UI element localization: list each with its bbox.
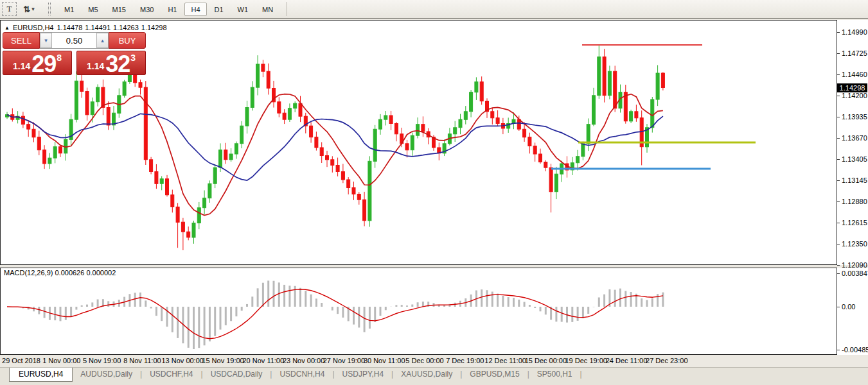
text-tool-icon[interactable]: T	[2, 2, 17, 16]
candle	[107, 108, 110, 126]
candle	[523, 129, 526, 137]
tab-usdchf[interactable]: USDCHF,H4	[142, 368, 200, 381]
candle	[134, 76, 137, 83]
candle	[208, 184, 211, 198]
time-axis[interactable]: 29 Oct 20181 Nov 00:005 Nov 19:008 Nov 1…	[0, 355, 868, 367]
sell-price-box[interactable]: 1.14 29 8	[3, 51, 72, 75]
candle	[421, 124, 425, 132]
candle	[80, 81, 84, 91]
tab-sp500[interactable]: SP500,H1	[529, 368, 580, 381]
candle	[219, 150, 222, 168]
price-axis-tick	[837, 138, 840, 139]
candle	[240, 126, 244, 144]
candle	[283, 113, 286, 119]
candle	[581, 144, 585, 157]
buy-price-main: 32	[105, 53, 130, 74]
time-axis-label: 24 Dec 11:00	[606, 357, 648, 364]
timeframe-button-m1[interactable]: M1	[58, 3, 80, 16]
time-axis-label: 7 Dec 19:00	[446, 357, 484, 364]
candle	[480, 82, 483, 101]
price-axis-label: 1.14460	[842, 71, 867, 78]
timeframe-button-mn[interactable]: MN	[256, 3, 279, 16]
volume-input[interactable]	[52, 33, 96, 48]
time-axis-label: 5 Dec 00:00	[405, 357, 443, 364]
candle	[294, 103, 297, 108]
timeframe-button-m30[interactable]: M30	[134, 3, 160, 16]
candle	[235, 144, 238, 154]
candle	[603, 57, 606, 96]
price-axis-tick	[837, 180, 840, 181]
tab-gbpusd[interactable]: GBPUSD,M15	[462, 368, 527, 381]
buy-price-box[interactable]: 1.14 32 3	[76, 51, 146, 75]
candle	[608, 71, 611, 96]
diagonal-arrows-glyph: ⇅	[23, 4, 30, 14]
macd-axis-label: -0.004856	[842, 346, 868, 354]
timeframe-button-h1[interactable]: H1	[161, 3, 183, 16]
candle	[651, 99, 654, 128]
price-axis-tick	[837, 159, 840, 160]
time-axis-label: 13 Nov 00:00	[161, 357, 203, 364]
candle	[96, 87, 100, 102]
price-axis[interactable]: 1.14298 1.149901.147251.144601.142001.13…	[837, 20, 868, 265]
ma-fast-line	[7, 94, 663, 216]
sell-button[interactable]: SELL	[3, 32, 40, 49]
timeframe-button-m5[interactable]: M5	[82, 3, 104, 16]
volume-increase-button[interactable]: ▴	[96, 33, 109, 48]
candle	[464, 112, 467, 120]
candle	[197, 208, 200, 223]
candle	[326, 156, 329, 160]
price-axis-label: 1.13670	[842, 134, 867, 142]
tab-eurusd[interactable]: EURUSD,H4	[9, 368, 73, 382]
collapse-triangle-icon[interactable]: ▲	[4, 25, 10, 31]
candle	[539, 154, 542, 162]
candle	[310, 126, 313, 137]
tab-xauusd[interactable]: XAUUSD,Daily	[393, 368, 460, 381]
timeframe-button-w1[interactable]: W1	[231, 3, 255, 16]
volume-stepper: ▾ ▴	[40, 32, 109, 49]
candle	[91, 102, 94, 115]
candle	[336, 166, 339, 172]
candle	[315, 137, 318, 148]
time-axis-label: 12 Dec 11:00	[484, 357, 526, 364]
price-axis-label: 1.13145	[842, 176, 867, 184]
sell-price-prefix: 1.14	[13, 61, 30, 71]
candle	[27, 124, 30, 130]
buy-button[interactable]: BUY	[109, 32, 146, 49]
candle	[373, 129, 376, 161]
candle	[379, 119, 382, 129]
candle	[251, 87, 254, 107]
time-axis-label: 29 Oct 2018	[2, 357, 40, 364]
candle	[278, 102, 281, 114]
time-axis-label: 19 Dec 19:00	[565, 357, 607, 364]
candle	[21, 116, 24, 124]
toolbar-drag-handle[interactable]	[48, 3, 51, 15]
candle	[224, 150, 227, 160]
tab-usdcnh[interactable]: USDCNH,H4	[272, 368, 332, 381]
tab-audusd[interactable]: AUDUSD,Daily	[73, 368, 140, 381]
macd-panel[interactable]	[0, 268, 837, 355]
time-axis-label: 1 Nov 00:00	[42, 357, 80, 364]
timeframe-button-d1[interactable]: D1	[208, 3, 230, 16]
tab-usdcad[interactable]: USDCAD,Daily	[203, 368, 270, 381]
time-axis-label: 27 Nov 19:00	[323, 357, 365, 364]
candle	[496, 118, 499, 124]
price-axis-tick	[837, 53, 840, 54]
candle	[341, 172, 344, 180]
timeframe-button-m15[interactable]: M15	[106, 3, 132, 16]
price-axis-label: 1.14200	[842, 92, 867, 99]
candle	[181, 222, 184, 232]
price-axis-tick	[837, 223, 840, 223]
timeframe-button-h4[interactable]: H4	[184, 3, 206, 16]
candle	[549, 167, 553, 192]
diagonal-arrows-icon[interactable]: ⇅ ▾	[19, 2, 39, 16]
dropdown-caret-icon[interactable]: ▾	[31, 6, 35, 12]
macd-axis[interactable]: 0.0038470.00-0.004856	[837, 268, 868, 355]
price-axis-tick	[837, 32, 840, 33]
candle	[43, 150, 46, 164]
candle	[32, 129, 35, 137]
volume-decrease-button[interactable]: ▾	[40, 33, 52, 48]
price-axis-tick	[837, 244, 840, 244]
tab-usdjpy[interactable]: USDJPY,H4	[335, 368, 391, 381]
candle	[363, 200, 366, 221]
candle	[331, 160, 334, 166]
